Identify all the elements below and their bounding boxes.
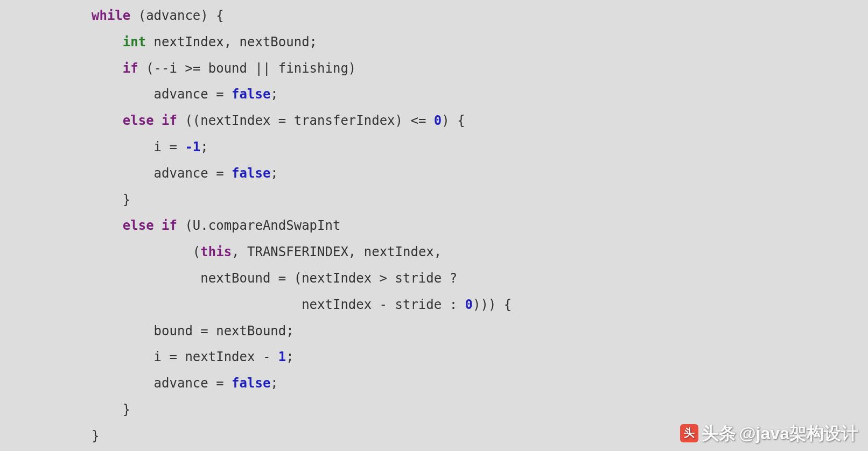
watermark-prefix: 头条 bbox=[702, 417, 736, 450]
watermark: 头 头条 @java架构设计 bbox=[680, 417, 858, 450]
watermark-logo-icon: 头 bbox=[680, 424, 698, 442]
watermark-handle: @java架构设计 bbox=[739, 417, 858, 450]
code-content: while (advance) { int nextIndex, nextBou… bbox=[92, 8, 512, 443]
code-block: while (advance) { int nextIndex, nextBou… bbox=[0, 0, 868, 450]
